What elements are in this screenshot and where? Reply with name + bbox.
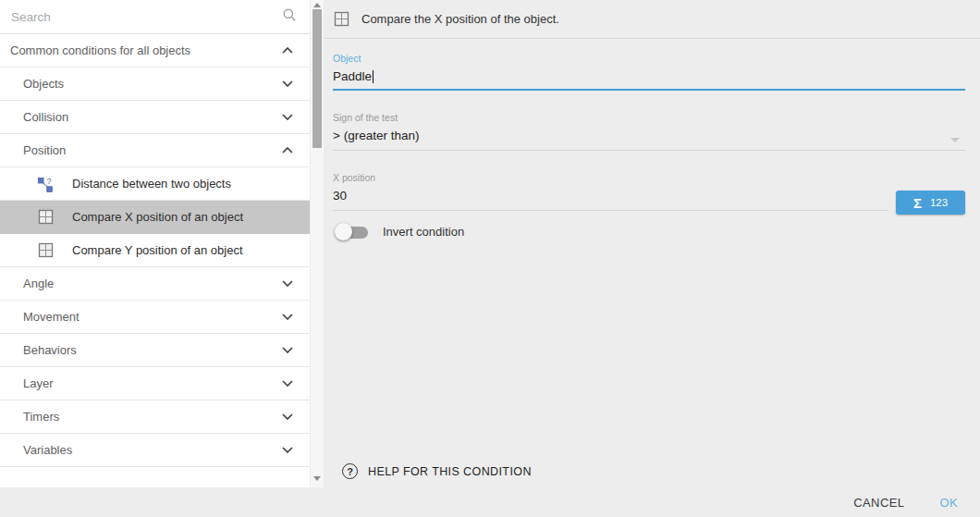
sidebar-item-label: Layer xyxy=(23,376,54,390)
sidebar-item-label: Collision xyxy=(23,110,68,124)
sidebar-item-label: Distance between two objects xyxy=(72,177,231,191)
sigma-icon: Σ xyxy=(913,195,922,211)
chevron-up-icon xyxy=(282,147,293,154)
object-input[interactable]: Paddle xyxy=(333,69,965,91)
search-input[interactable] xyxy=(11,10,282,24)
expression-editor-button[interactable]: Σ 123 xyxy=(896,191,965,215)
sidebar-item-layer[interactable]: Layer xyxy=(0,367,310,400)
sidebar-item-common-conditions[interactable]: Common conditions for all objects xyxy=(0,34,310,68)
object-input-value: Paddle xyxy=(333,69,372,83)
chevron-down-icon xyxy=(282,447,293,453)
distance-icon: ? xyxy=(37,176,54,192)
sign-field-group: Sign of the test > (greater than) xyxy=(333,112,965,151)
svg-text:?: ? xyxy=(47,176,52,185)
sidebar-item-label: Movement xyxy=(23,310,80,324)
sidebar-item-angle[interactable]: Angle xyxy=(0,267,310,301)
sidebar-scrollbar[interactable] xyxy=(310,0,324,487)
x-position-input-value: 30 xyxy=(333,189,347,203)
scrollbar-thumb[interactable] xyxy=(312,9,322,148)
sidebar-item-label: Compare X position of an object xyxy=(72,210,243,224)
toggle-knob xyxy=(335,223,352,240)
object-field-label: Object xyxy=(333,53,965,64)
ok-button[interactable]: OK xyxy=(939,496,958,510)
conditions-sidebar: Common conditions for all objects Object… xyxy=(0,0,310,487)
chevron-up-icon xyxy=(282,47,293,54)
cancel-button[interactable]: CANCEL xyxy=(853,496,904,510)
text-cursor xyxy=(373,70,374,83)
object-field-group: Object Paddle xyxy=(333,53,965,91)
sign-select[interactable]: > (greater than) xyxy=(333,129,965,151)
invert-condition-toggle[interactable] xyxy=(335,223,370,240)
search-icon xyxy=(282,7,297,26)
scrollbar-up-arrow-icon[interactable] xyxy=(313,3,321,7)
help-button-label: HELP FOR THIS CONDITION xyxy=(368,465,532,478)
sidebar-item-label: Angle xyxy=(23,277,54,290)
condition-title: Compare the X position of the object. xyxy=(361,12,559,26)
sign-field-label: Sign of the test xyxy=(333,112,965,123)
search-bar xyxy=(0,0,310,34)
condition-header: Compare the X position of the object. xyxy=(324,0,980,39)
compare-position-icon xyxy=(334,11,349,27)
condition-form: Object Paddle Sign of the test > (greate… xyxy=(324,39,980,487)
x-position-field-label: X position xyxy=(333,172,965,183)
scrollbar-down-arrow-icon[interactable] xyxy=(313,476,321,481)
chevron-down-icon xyxy=(282,413,293,420)
x-position-input[interactable]: 30 xyxy=(333,189,888,211)
compare-position-icon xyxy=(37,209,54,226)
sidebar-item-label: Timers xyxy=(23,410,59,424)
chevron-down-icon xyxy=(282,347,293,353)
chevron-down-icon xyxy=(282,314,293,320)
invert-condition-label: Invert condition xyxy=(383,225,464,239)
chevron-down-icon xyxy=(282,380,293,387)
sidebar-item-distance-between-two-objects[interactable]: ? Distance between two objects xyxy=(0,167,310,201)
compare-position-icon xyxy=(37,242,54,259)
chevron-down-icon xyxy=(282,80,293,87)
sidebar-item-compare-y-position[interactable]: Compare Y position of an object xyxy=(0,234,310,267)
dropdown-arrow-icon xyxy=(950,138,960,142)
sidebar-item-collision[interactable]: Collision xyxy=(0,101,310,134)
help-button[interactable]: ? HELP FOR THIS CONDITION xyxy=(333,463,532,479)
sign-select-value: > (greater than) xyxy=(333,129,419,142)
invert-condition-row: Invert condition xyxy=(333,223,965,240)
expression-123-label: 123 xyxy=(930,197,948,208)
sidebar-item-label: Behaviors xyxy=(23,343,77,357)
sidebar-item-timers[interactable]: Timers xyxy=(0,400,310,434)
dialog-actions: CANCEL OK xyxy=(0,487,980,517)
sidebar-item-position[interactable]: Position xyxy=(0,134,310,167)
sidebar-item-label: Objects xyxy=(23,77,64,91)
sidebar-item-label: Variables xyxy=(23,443,72,457)
sidebar-item-objects[interactable]: Objects xyxy=(0,68,310,101)
chevron-down-icon xyxy=(282,280,293,287)
chevron-down-icon xyxy=(282,114,293,120)
sidebar-item-label: Common conditions for all objects xyxy=(10,43,190,57)
sidebar-item-label: Position xyxy=(23,143,66,157)
sidebar-item-label: Compare Y position of an object xyxy=(72,243,243,257)
sidebar-item-variables[interactable]: Variables xyxy=(0,434,310,467)
sidebar-item-movement[interactable]: Movement xyxy=(0,301,310,334)
help-question-icon: ? xyxy=(342,463,358,479)
sidebar-item-compare-x-position[interactable]: Compare X position of an object xyxy=(0,201,310,234)
condition-editor-panel: Compare the X position of the object. Ob… xyxy=(324,0,980,487)
x-position-field-group: X position 30 Σ 123 xyxy=(333,172,965,211)
sidebar-item-behaviors[interactable]: Behaviors xyxy=(0,334,310,367)
